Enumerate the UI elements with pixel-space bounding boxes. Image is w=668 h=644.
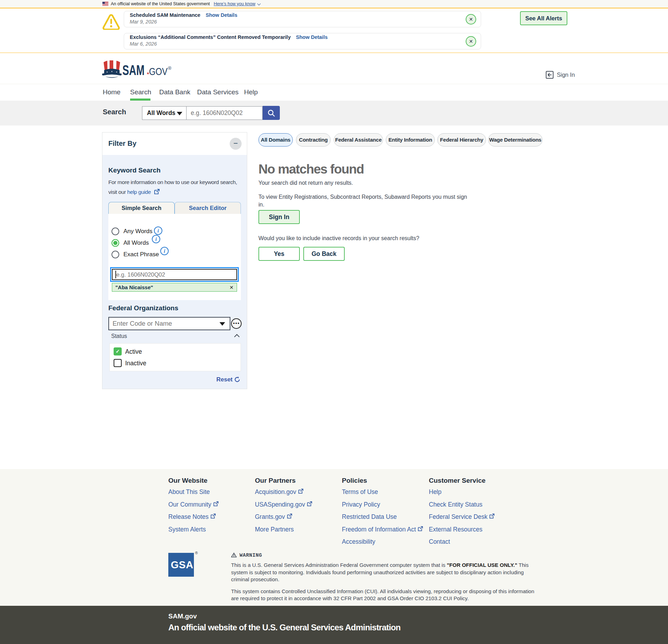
svg-text:®: ®	[168, 66, 171, 71]
svg-text:SAM: SAM	[122, 62, 144, 78]
svg-text:GOV: GOV	[149, 66, 168, 77]
